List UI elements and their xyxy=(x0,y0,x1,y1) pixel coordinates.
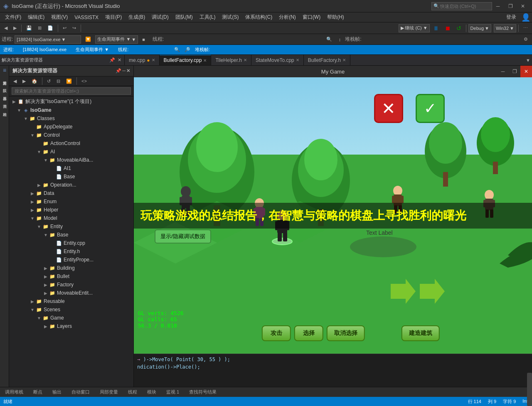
v-icon-6[interactable]: 构建 xyxy=(1,106,8,113)
tree-scenes-folder[interactable]: ▼ 📁 Scenes xyxy=(9,305,133,314)
tab-sm-close[interactable]: ✕ xyxy=(296,58,299,62)
game-restore-btn[interactable]: ❐ xyxy=(509,66,520,77)
code-scrollbar[interactable] xyxy=(527,373,532,387)
menu-tools[interactable]: 工具(L) xyxy=(196,13,219,22)
bt-output[interactable]: 输出 xyxy=(51,389,63,395)
tb-thread[interactable]: ■ xyxy=(140,36,148,43)
tree-entity-cpp[interactable]: 📄 Entity.cpp xyxy=(9,239,133,247)
bt-autowindow[interactable]: 自动窗口 xyxy=(70,389,91,395)
menu-file[interactable]: 文件(F) xyxy=(2,13,25,22)
cancel-select-button[interactable]: 取消选择 xyxy=(327,325,365,341)
tree-moveableentity[interactable]: ▶ 📁 MoveableEntit... xyxy=(9,289,133,297)
minimize-button[interactable]: ─ xyxy=(492,0,504,12)
menu-debug[interactable]: 调试(D) xyxy=(148,13,172,22)
win32-dropdown[interactable]: Win32 ▼ xyxy=(494,24,516,32)
bt-threads[interactable]: 线程 xyxy=(126,389,139,395)
tab-bfh-close[interactable]: ✕ xyxy=(342,58,346,62)
tab-tilehelper-h[interactable]: TileHelper.h ✕ xyxy=(211,55,251,65)
tb-settings[interactable]: ⚙ xyxy=(521,36,530,43)
tree-entity-folder[interactable]: ▼ 📁 Entity xyxy=(9,222,133,231)
tree-reusable-folder[interactable]: ▶ 📁 Reusable xyxy=(9,297,133,305)
bt-watch1[interactable]: 监视 1 xyxy=(165,389,181,395)
menu-arch[interactable]: 体系结构(C) xyxy=(242,13,276,22)
tab-me-close[interactable]: ✕ xyxy=(152,58,155,62)
tree-classes-folder[interactable]: ▼ 📁 Classes xyxy=(9,114,133,123)
tb-undo[interactable]: ↩ xyxy=(60,25,69,32)
tab-bulletfactory-cpp[interactable]: BulletFactory.cpp ✕ xyxy=(160,55,212,65)
tree-model-folder[interactable]: ▼ 📁 Model xyxy=(9,214,133,222)
tree-solution-root[interactable]: ▶ 📋 解决方案"IsoGame"(1 个项目) xyxy=(9,97,133,106)
v-icon-4[interactable]: 服务器 xyxy=(1,90,8,98)
menu-edit[interactable]: 编辑(E) xyxy=(25,13,48,22)
menu-analyze[interactable]: 分析(N) xyxy=(276,13,299,22)
tab-bf-close[interactable]: ✕ xyxy=(203,58,207,63)
debug-dropdown[interactable]: Debug ▼ xyxy=(468,24,491,32)
tree-game-folder[interactable]: ▼ 📁 Game xyxy=(9,314,133,322)
tb-forward[interactable]: ▶ xyxy=(11,25,19,32)
tab-me-cpp[interactable]: me.cpp ● ✕ xyxy=(125,55,160,65)
v-icon-2[interactable]: 解决方案 xyxy=(1,74,8,82)
process-dropdown[interactable]: [18824] IsoGame.exe ▼ xyxy=(15,35,81,44)
tb-save-all[interactable]: ⊞ xyxy=(35,25,44,32)
x-cancel-button[interactable]: ✕ xyxy=(374,94,403,123)
solution-close-icon[interactable]: ✕ xyxy=(116,57,123,63)
tb-redo[interactable]: ↪ xyxy=(70,25,79,32)
se-tb-back[interactable]: ◀ xyxy=(11,77,19,85)
select-button[interactable]: 选择 xyxy=(294,325,323,341)
tree-building-folder[interactable]: ▶ 📁 Building xyxy=(9,264,133,272)
tree-enum-folder[interactable]: ▶ 📁 Enum xyxy=(9,197,133,206)
bt-locals[interactable]: 局部变量 xyxy=(98,389,120,395)
build-button[interactable]: 建造建筑 xyxy=(401,325,440,341)
check-confirm-button[interactable]: ✓ xyxy=(416,94,445,123)
game-close-btn[interactable]: ✕ xyxy=(520,66,532,77)
tb-more[interactable]: ⋯ xyxy=(521,25,530,32)
v-icon-5[interactable]: 调用 xyxy=(1,98,8,106)
tree-moveableaibase[interactable]: ▼ 📁 MoveableAiBa... xyxy=(9,156,133,164)
menu-team[interactable]: 团队(M) xyxy=(172,13,196,22)
tree-factory-folder[interactable]: ▶ 📁 Factory xyxy=(9,281,133,289)
menu-view[interactable]: 视图(V) xyxy=(48,13,71,22)
tree-entity-h[interactable]: 📄 Entity.h xyxy=(9,247,133,256)
tb-restart[interactable]: ↺ xyxy=(454,24,464,32)
menu-help[interactable]: 帮助(H) xyxy=(324,13,347,22)
tree-operation[interactable]: ▶ 📁 Operation... xyxy=(9,181,133,189)
restore-button[interactable]: ❐ xyxy=(505,0,516,12)
close-button[interactable]: ✕ xyxy=(517,0,529,12)
solution-search-input[interactable] xyxy=(12,87,131,95)
menu-project[interactable]: 项目(P) xyxy=(102,13,125,22)
bt-findsymbol[interactable]: 查找符号结果 xyxy=(187,389,218,395)
tree-control-folder[interactable]: ▼ 📁 Control xyxy=(9,131,133,139)
close-panel-icon[interactable]: ✕ xyxy=(126,68,130,74)
unpin-panel-icon[interactable]: ─ xyxy=(122,68,126,74)
bt-modules[interactable]: 模块 xyxy=(145,389,158,395)
toggle-debug-button[interactable]: 显示/隐藏调试数据 xyxy=(155,229,211,244)
tree-entityprope[interactable]: 📄 EntityPrope... xyxy=(9,256,133,264)
tree-ai1[interactable]: 📄 AI1 xyxy=(9,164,133,172)
tb-pause[interactable]: ⏸ xyxy=(431,24,441,32)
tree-helper-folder[interactable]: ▶ 📁 Helper xyxy=(9,206,133,214)
tb-new[interactable]: 📄 xyxy=(45,25,56,32)
menu-test[interactable]: 测试(S) xyxy=(219,13,242,22)
tab-bulletfactory-h[interactable]: BulletFactory.h ✕ xyxy=(304,55,350,65)
lifecycle-dropdown[interactable]: 生命周期事件 ▼ ▼ xyxy=(95,35,138,44)
tab-statemovetocpp[interactable]: StateMoveTo.cpp ✕ xyxy=(251,55,304,65)
pin-panel-icon[interactable]: 📌 xyxy=(116,68,121,74)
game-minimize-btn[interactable]: ─ xyxy=(497,66,509,77)
quick-search-box[interactable]: 🔍 xyxy=(431,2,492,10)
menu-vassistx[interactable]: VASSISTX xyxy=(71,14,102,21)
se-tb-filter[interactable]: 🔽 xyxy=(64,77,74,85)
tree-base-ai[interactable]: 📄 Base xyxy=(9,172,133,181)
pin-icon[interactable]: 📌 xyxy=(108,57,116,63)
bt-breakpoints[interactable]: 断点 xyxy=(32,389,44,395)
tree-layers-folder[interactable]: ▶ 📁 Layers xyxy=(9,322,133,330)
tab-th-close[interactable]: ✕ xyxy=(244,58,247,62)
continue-dropdown[interactable]: ▶ 继续 (C) ▼ xyxy=(399,24,429,32)
se-tb-home[interactable]: 🏠 xyxy=(29,77,40,85)
menu-window[interactable]: 窗口(W) xyxy=(299,13,324,22)
attack-button[interactable]: 攻击 xyxy=(262,325,291,341)
quick-search-input[interactable] xyxy=(440,4,490,9)
tb-stop[interactable]: ⏹ xyxy=(442,24,453,32)
tab-overflow-icon[interactable]: ▼ xyxy=(524,55,532,65)
tb-callstack[interactable]: ↕ xyxy=(336,36,344,43)
tree-bullet-folder[interactable]: ▶ 📁 Bullet xyxy=(9,272,133,281)
